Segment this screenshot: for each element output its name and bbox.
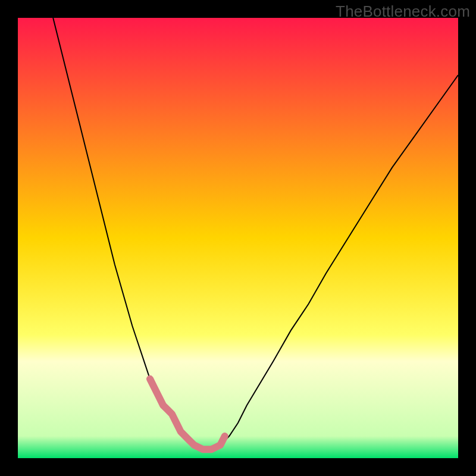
chart-svg bbox=[18, 18, 458, 458]
plot-area bbox=[18, 18, 458, 458]
gradient-background bbox=[18, 18, 458, 458]
chart-frame: TheBottleneck.com bbox=[0, 0, 476, 476]
watermark-text: TheBottleneck.com bbox=[336, 2, 470, 21]
